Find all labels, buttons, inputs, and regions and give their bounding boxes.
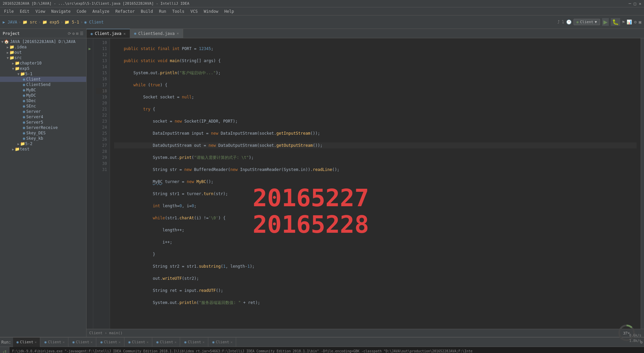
breadcrumb-src[interactable]: 📁 src	[22, 20, 37, 25]
tree-out[interactable]: ▶ 📁 out	[0, 50, 86, 55]
breadcrumb-java[interactable]: ▶ JAVA	[3, 20, 17, 25]
tree-root-label: JAVA [20165228JAVA] D:\JAVA	[10, 39, 75, 44]
folder-icon-chapter: 📁	[15, 61, 20, 65]
run-tab-6[interactable]: ◉ Client ✕	[153, 338, 180, 347]
gutter-22	[87, 112, 93, 118]
vcs-icon[interactable]: ⤴	[557, 19, 560, 25]
run-tab-close-3[interactable]: ✕	[91, 340, 93, 344]
breadcrumb-exp5[interactable]: 📁 exp5	[42, 20, 59, 25]
code-line-22: String str1 = turner.turn(str);	[114, 191, 637, 197]
tree-root[interactable]: ▼ 🏠 JAVA [20165228JAVA] D:\JAVA	[0, 39, 86, 44]
menu-edit[interactable]: Edit	[17, 8, 32, 14]
gear-icon[interactable]: ⚙	[72, 31, 75, 36]
minimize-button[interactable]: ─	[629, 1, 631, 6]
menu-navigate[interactable]: Navigate	[49, 8, 73, 14]
history-icon[interactable]: 🕐	[566, 19, 572, 25]
run-tab-7[interactable]: ◉ Client ✕	[181, 338, 208, 347]
tree-sdec[interactable]: ◉ SDec	[0, 98, 86, 103]
tree-idea[interactable]: ▶ 📁 .idea	[0, 44, 86, 50]
layout-view-icon[interactable]: ☰	[80, 31, 84, 36]
tab-client-close[interactable]: ✕	[123, 32, 126, 36]
menu-tools[interactable]: Tools	[170, 8, 187, 14]
tab-clientsend-close[interactable]: ✕	[177, 31, 179, 36]
menu-run[interactable]: Run	[156, 8, 169, 14]
code-content[interactable]: public static final int PORT = 12345; pu…	[110, 38, 641, 329]
tab-client-java[interactable]: ◉ Client.java ✕	[87, 29, 130, 38]
menu-help[interactable]: Help	[222, 8, 237, 14]
run-marker[interactable]: ▶	[89, 46, 91, 51]
layout-icon[interactable]: ▣	[639, 19, 641, 25]
tab-clientsend-java[interactable]: ◉ ClientSend.java ✕	[130, 29, 183, 38]
run-output[interactable]: F:\jdk-9.0.4\bin\java.exe "-javaagent:F:…	[9, 347, 644, 353]
code-line-27: }	[114, 251, 637, 257]
run-tab-close-8[interactable]: ✕	[230, 340, 232, 344]
tree-mydc-label: MyDC	[26, 93, 36, 98]
coverage-icon[interactable]: ⚑	[622, 19, 625, 25]
run-tab-close-4[interactable]: ✕	[119, 340, 121, 344]
menu-analyze[interactable]: Analyze	[90, 8, 112, 14]
gutter-28	[87, 148, 93, 155]
tree-server[interactable]: ◉ Server	[0, 109, 86, 114]
tree-mydc[interactable]: ◉ MyDC	[0, 93, 86, 98]
java-icon-clientsend: ◉	[23, 82, 25, 87]
run-tab-close-1[interactable]: ✕	[35, 340, 37, 344]
tree-skey-des[interactable]: ◉ Skey_DES	[0, 130, 86, 136]
menu-vcs[interactable]: VCS	[188, 8, 201, 14]
breadcrumb-client[interactable]: ◉ Client	[84, 20, 104, 25]
debug-button[interactable]: 🐛	[611, 18, 620, 26]
tree-senc[interactable]: ◉ SEnc	[0, 103, 86, 109]
tree-server4-label: Server4	[26, 115, 43, 119]
linenum-16: 16	[96, 76, 107, 82]
tree-serverreceive[interactable]: ◉ ServerReceive	[0, 125, 86, 130]
menu-view[interactable]: View	[33, 8, 48, 14]
tree-skey-kb[interactable]: ◉ Skey_kb	[0, 136, 86, 141]
tree-server5-label: Server5	[26, 120, 43, 125]
menu-refactor[interactable]: Refactor	[113, 8, 138, 14]
run-tab-1[interactable]: ◉ Client ✕	[13, 338, 40, 347]
breadcrumb-51[interactable]: 📁 5-1	[64, 20, 79, 25]
run-tab-8[interactable]: ◉ Client ✕	[209, 338, 236, 347]
sync-icon[interactable]: ⟳	[68, 31, 71, 36]
run-tab-label-7: Client	[188, 340, 201, 344]
run-button[interactable]: ▶	[602, 18, 609, 26]
tree-chapter10[interactable]: ▶ 📁 chapter10	[0, 60, 86, 66]
menu-file[interactable]: File	[1, 8, 16, 14]
run-tab-close-7[interactable]: ✕	[203, 340, 205, 344]
editor-scrollbar[interactable]	[641, 38, 644, 329]
expand-icon[interactable]: ⊞	[76, 31, 78, 36]
menu-code[interactable]: Code	[74, 8, 89, 14]
close-button[interactable]: ✕	[639, 1, 641, 6]
rerun-button[interactable]: ↺	[2, 348, 8, 353]
folder-icon-52: 📁	[20, 141, 25, 146]
tree-mybc[interactable]: ◉ MyBC	[0, 87, 86, 93]
tree-client[interactable]: ◉ Client	[0, 77, 86, 82]
run-label: Run:	[1, 340, 11, 345]
tree-clientsend[interactable]: ◉ ClientSend	[0, 82, 86, 87]
menu-window[interactable]: Window	[201, 8, 221, 14]
gutter-16	[87, 76, 93, 82]
tree-52[interactable]: ▶ 📁 5-2	[0, 141, 86, 146]
run-tab-2[interactable]: ◉ Client ✕	[41, 338, 68, 347]
tree-src[interactable]: ▼ 📁 src	[0, 55, 86, 60]
tree-server5[interactable]: ◉ Server5	[0, 120, 86, 125]
run-config-dropdown[interactable]: ◉ Client ▼	[574, 19, 600, 25]
window-controls[interactable]: ─ □ ✕	[629, 1, 641, 6]
run-tab-3[interactable]: ◉ Client ✕	[69, 338, 96, 347]
run-tab-close-2[interactable]: ✕	[63, 340, 65, 344]
settings-icon[interactable]: ⚙	[634, 19, 637, 25]
menu-build[interactable]: Build	[138, 8, 156, 14]
tree-server4[interactable]: ◉ Server4	[0, 114, 86, 120]
run-tab-close-6[interactable]: ✕	[174, 340, 176, 344]
tree-test[interactable]: ▶ 📁 test	[0, 146, 86, 152]
tree-exp5[interactable]: ▼ 📁 exp5	[0, 66, 86, 71]
run-tab-close-5[interactable]: ✕	[147, 340, 149, 344]
profile-icon[interactable]: 📊	[627, 19, 632, 25]
update-icon[interactable]: ⤵	[562, 19, 564, 25]
run-tab-4[interactable]: ◉ Client ✕	[97, 338, 124, 347]
maximize-button[interactable]: □	[634, 1, 636, 6]
run-tab-icon-7: ◉	[184, 340, 186, 344]
run-tab-5[interactable]: ◉ Client ✕	[125, 338, 152, 347]
gutter-25	[87, 130, 93, 136]
tree-51[interactable]: ▼ 📁 5-1	[0, 71, 86, 77]
gutter-15	[87, 70, 93, 76]
